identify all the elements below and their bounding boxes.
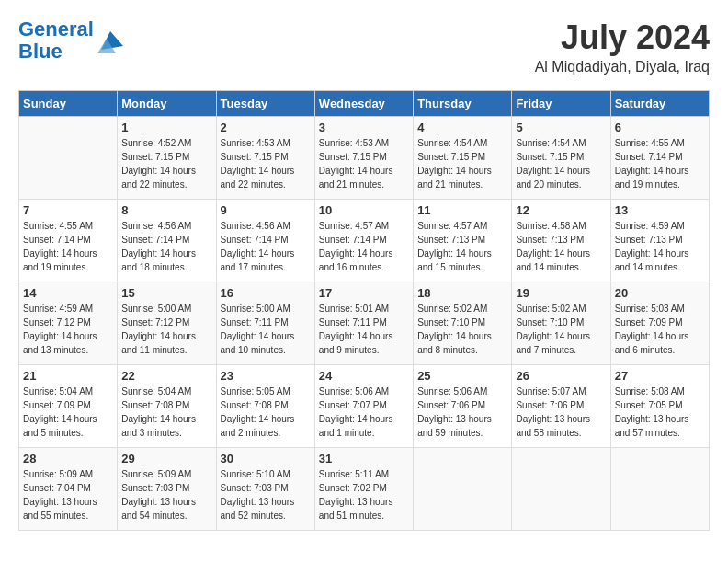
day-number: 28 [23,452,113,465]
day-info: Sunrise: 4:55 AM Sunset: 7:14 PM Dayligh… [23,219,113,274]
day-cell: 16Sunrise: 5:00 AM Sunset: 7:11 PM Dayli… [216,282,314,365]
month-title: July 2024 [535,18,710,57]
day-cell: 22Sunrise: 5:04 AM Sunset: 7:08 PM Dayli… [118,365,216,448]
day-cell: 30Sunrise: 5:10 AM Sunset: 7:03 PM Dayli… [216,448,314,531]
day-info: Sunrise: 5:01 AM Sunset: 7:11 PM Dayligh… [319,302,409,357]
day-cell: 6Sunrise: 4:55 AM Sunset: 7:14 PM Daylig… [610,117,709,200]
day-number: 13 [615,203,705,217]
day-number: 2 [221,121,311,134]
logo-icon [97,28,123,53]
logo-blue: Blue [18,40,63,63]
day-cell: 21Sunrise: 5:04 AM Sunset: 7:09 PM Dayli… [19,365,118,448]
week-row-3: 14Sunrise: 4:59 AM Sunset: 7:12 PM Dayli… [19,282,710,365]
day-number: 31 [319,452,409,465]
day-number: 9 [221,203,311,217]
day-info: Sunrise: 5:06 AM Sunset: 7:06 PM Dayligh… [417,385,507,440]
day-number: 8 [121,203,211,217]
day-number: 5 [516,121,606,134]
day-cell: 11Sunrise: 4:57 AM Sunset: 7:13 PM Dayli… [414,200,512,282]
day-header-sunday: Sunday [19,91,118,117]
location-title: Al Miqdadiyah, Diyala, Iraq [535,59,710,75]
title-block: July 2024 Al Miqdadiyah, Diyala, Iraq [535,18,710,75]
day-header-saturday: Saturday [610,91,709,117]
day-header-monday: Monday [118,91,216,117]
day-number: 21 [23,369,113,383]
day-header-thursday: Thursday [414,91,512,117]
day-cell: 20Sunrise: 5:03 AM Sunset: 7:09 PM Dayli… [610,282,709,365]
day-cell [19,117,118,200]
day-number: 24 [319,369,409,383]
day-number: 10 [319,203,409,217]
day-info: Sunrise: 4:57 AM Sunset: 7:13 PM Dayligh… [417,219,507,274]
day-number: 7 [23,203,113,217]
day-info: Sunrise: 4:53 AM Sunset: 7:15 PM Dayligh… [319,136,409,191]
day-cell: 15Sunrise: 5:00 AM Sunset: 7:12 PM Dayli… [118,282,216,365]
day-cell: 17Sunrise: 5:01 AM Sunset: 7:11 PM Dayli… [314,282,413,365]
day-cell: 29Sunrise: 5:09 AM Sunset: 7:03 PM Dayli… [118,448,216,531]
day-cell [610,448,709,531]
day-cell: 26Sunrise: 5:07 AM Sunset: 7:06 PM Dayli… [512,365,610,448]
day-info: Sunrise: 4:54 AM Sunset: 7:15 PM Dayligh… [516,136,606,191]
day-cell: 28Sunrise: 5:09 AM Sunset: 7:04 PM Dayli… [19,448,118,531]
logo-text: General Blue [18,18,94,63]
day-number: 6 [615,121,705,134]
day-cell: 10Sunrise: 4:57 AM Sunset: 7:14 PM Dayli… [314,200,413,282]
day-cell: 25Sunrise: 5:06 AM Sunset: 7:06 PM Dayli… [414,365,512,448]
logo: General Blue [18,18,123,63]
day-number: 12 [516,203,606,217]
day-cell: 4Sunrise: 4:54 AM Sunset: 7:15 PM Daylig… [414,117,512,200]
day-info: Sunrise: 5:05 AM Sunset: 7:08 PM Dayligh… [221,385,311,440]
day-info: Sunrise: 5:08 AM Sunset: 7:05 PM Dayligh… [615,385,705,440]
day-info: Sunrise: 4:57 AM Sunset: 7:14 PM Dayligh… [319,219,409,274]
day-header-friday: Friday [512,91,610,117]
day-info: Sunrise: 4:55 AM Sunset: 7:14 PM Dayligh… [615,136,705,191]
calendar-header-row: SundayMondayTuesdayWednesdayThursdayFrid… [19,91,710,117]
day-number: 29 [121,452,211,465]
day-number: 15 [121,286,211,300]
day-cell [512,448,610,531]
day-cell: 8Sunrise: 4:56 AM Sunset: 7:14 PM Daylig… [118,200,216,282]
day-number: 14 [23,286,113,300]
day-cell: 1Sunrise: 4:52 AM Sunset: 7:15 PM Daylig… [118,117,216,200]
day-number: 22 [121,369,211,383]
day-info: Sunrise: 5:02 AM Sunset: 7:10 PM Dayligh… [417,302,507,357]
day-cell: 13Sunrise: 4:59 AM Sunset: 7:13 PM Dayli… [610,200,709,282]
day-info: Sunrise: 4:56 AM Sunset: 7:14 PM Dayligh… [221,219,311,274]
day-info: Sunrise: 5:09 AM Sunset: 7:04 PM Dayligh… [23,467,113,523]
day-cell: 7Sunrise: 4:55 AM Sunset: 7:14 PM Daylig… [19,200,118,282]
week-row-2: 7Sunrise: 4:55 AM Sunset: 7:14 PM Daylig… [19,200,710,282]
day-number: 27 [615,369,705,383]
day-number: 23 [221,369,311,383]
day-info: Sunrise: 4:56 AM Sunset: 7:14 PM Dayligh… [121,219,211,274]
day-info: Sunrise: 5:00 AM Sunset: 7:12 PM Dayligh… [121,302,211,357]
day-number: 20 [615,286,705,300]
day-number: 25 [417,369,507,383]
week-row-1: 1Sunrise: 4:52 AM Sunset: 7:15 PM Daylig… [19,117,710,200]
week-row-4: 21Sunrise: 5:04 AM Sunset: 7:09 PM Dayli… [19,365,710,448]
day-number: 26 [516,369,606,383]
day-cell: 3Sunrise: 4:53 AM Sunset: 7:15 PM Daylig… [314,117,413,200]
day-header-wednesday: Wednesday [314,91,413,117]
day-info: Sunrise: 5:11 AM Sunset: 7:02 PM Dayligh… [319,467,409,523]
day-info: Sunrise: 4:54 AM Sunset: 7:15 PM Dayligh… [417,136,507,191]
day-number: 1 [121,121,211,134]
page-header: General Blue July 2024 Al Miqdadiyah, Di… [18,18,710,75]
day-cell: 9Sunrise: 4:56 AM Sunset: 7:14 PM Daylig… [216,200,314,282]
day-number: 11 [417,203,507,217]
day-number: 30 [221,452,311,465]
day-info: Sunrise: 5:10 AM Sunset: 7:03 PM Dayligh… [221,467,311,523]
day-info: Sunrise: 5:09 AM Sunset: 7:03 PM Dayligh… [121,467,211,523]
day-cell: 2Sunrise: 4:53 AM Sunset: 7:15 PM Daylig… [216,117,314,200]
day-info: Sunrise: 4:52 AM Sunset: 7:15 PM Dayligh… [121,136,211,191]
day-info: Sunrise: 4:59 AM Sunset: 7:12 PM Dayligh… [23,302,113,357]
day-info: Sunrise: 5:04 AM Sunset: 7:08 PM Dayligh… [121,385,211,440]
day-info: Sunrise: 5:02 AM Sunset: 7:10 PM Dayligh… [516,302,606,357]
day-cell: 27Sunrise: 5:08 AM Sunset: 7:05 PM Dayli… [610,365,709,448]
day-info: Sunrise: 5:00 AM Sunset: 7:11 PM Dayligh… [221,302,311,357]
day-info: Sunrise: 4:58 AM Sunset: 7:13 PM Dayligh… [516,219,606,274]
day-header-tuesday: Tuesday [216,91,314,117]
day-cell: 24Sunrise: 5:06 AM Sunset: 7:07 PM Dayli… [314,365,413,448]
day-info: Sunrise: 5:07 AM Sunset: 7:06 PM Dayligh… [516,385,606,440]
day-number: 17 [319,286,409,300]
calendar-table: SundayMondayTuesdayWednesdayThursdayFrid… [18,90,710,531]
